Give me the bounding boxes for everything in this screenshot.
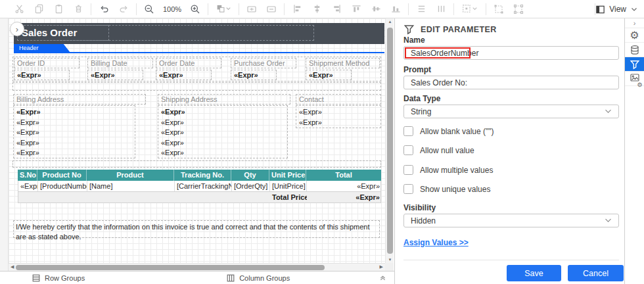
table-cell[interactable]: [UnitPrice]: [270, 181, 307, 191]
parameters-tab-active[interactable]: [625, 57, 644, 72]
prompt-input[interactable]: [403, 76, 619, 89]
zoom-level[interactable]: 100%: [163, 5, 181, 13]
checkbox[interactable]: [403, 184, 413, 194]
vertical-scroll-thumb[interactable]: [387, 28, 393, 254]
checkbox[interactable]: [403, 165, 413, 175]
collapse-groups-icon[interactable]: [379, 274, 386, 281]
horizontal-scrollbar[interactable]: ◀ ▶: [9, 263, 385, 271]
billing-expr[interactable]: «Expr»: [16, 118, 135, 128]
shipping-expr[interactable]: «Expr»: [161, 118, 287, 128]
col-header[interactable]: Product: [87, 170, 174, 181]
view-menu[interactable]: View: [594, 0, 637, 18]
same-height-icon[interactable]: [265, 3, 277, 15]
billing-expr[interactable]: «Expr»: [16, 107, 135, 118]
cancel-button[interactable]: Cancel: [568, 265, 624, 281]
ungroup-icon[interactable]: [513, 3, 524, 15]
field-label-billing-date[interactable]: Billing Date: [87, 58, 153, 68]
table-cell[interactable]: [CarrierTrackingNum: [175, 181, 232, 191]
data-tab[interactable]: [625, 43, 644, 57]
align-bottom-icon[interactable]: [390, 3, 402, 15]
contact-box[interactable]: «Expr» «Expr»: [296, 105, 381, 128]
contact-expr[interactable]: «Expr»: [299, 118, 380, 128]
shipping-expr[interactable]: «Expr»: [161, 128, 287, 138]
shipping-expr[interactable]: «Expr»: [161, 148, 287, 158]
align-center-icon[interactable]: [311, 3, 323, 15]
zoom-out-icon[interactable]: [143, 3, 155, 15]
same-width-icon[interactable]: [246, 3, 258, 15]
col-header[interactable]: Unit Price: [269, 170, 306, 181]
column-groups-pane[interactable]: Column Groups: [226, 273, 290, 283]
billing-expr[interactable]: «Expr»: [16, 128, 135, 138]
table-cell[interactable]: [OrderQty]: [232, 181, 270, 191]
table-cell[interactable]: [ProductNumber]: [38, 181, 87, 191]
col-header[interactable]: Total: [306, 170, 381, 181]
copy-icon[interactable]: [33, 3, 45, 15]
align-top-icon[interactable]: [350, 3, 362, 15]
report-title-band[interactable]: Sales Order: [14, 23, 384, 44]
contact-expr[interactable]: «Expr»: [299, 107, 380, 118]
image-resources-tab[interactable]: ⚙: [625, 72, 644, 86]
contact-label[interactable]: Contact: [296, 94, 381, 105]
vertical-scrollbar[interactable]: ▲ ▼: [385, 18, 394, 263]
table-cell[interactable]: [Name]: [87, 181, 175, 191]
billing-expr[interactable]: «Expr»: [16, 138, 135, 149]
delete-icon[interactable]: [72, 3, 84, 15]
col-header[interactable]: Tracking No.: [174, 170, 231, 181]
allow-multiple-checkbox-row[interactable]: Allow multiple values: [403, 165, 493, 175]
shipping-address-box[interactable]: «Expr» «Expr» «Expr» «Expr» «Expr»: [158, 105, 288, 158]
shipping-address-label[interactable]: Shipping Address: [158, 94, 290, 105]
paste-icon[interactable]: [53, 3, 64, 15]
field-value-billing-date[interactable]: «Expr»: [87, 70, 143, 80]
horizontal-scroll-thumb[interactable]: [16, 265, 325, 270]
billing-expr[interactable]: «Expr»: [16, 148, 135, 158]
shipping-expr[interactable]: «Expr»: [161, 138, 287, 149]
report-title[interactable]: Sales Order: [22, 27, 77, 38]
collapse-panel-button[interactable]: ›: [625, 18, 644, 28]
row-groups-pane[interactable]: Row Groups: [32, 273, 85, 283]
field-label-order-id[interactable]: Order ID: [14, 58, 80, 68]
scroll-down-icon[interactable]: ▼: [386, 258, 394, 262]
expand-panel-button[interactable]: ›: [10, 22, 24, 36]
show-unique-checkbox-row[interactable]: Show unique values: [403, 184, 490, 194]
undo-icon[interactable]: [98, 3, 110, 15]
checkbox[interactable]: [403, 126, 413, 136]
report-design-canvas[interactable]: Sales Order Header Order ID Billing Date…: [9, 18, 385, 263]
shipping-expr[interactable]: «Expr»: [161, 107, 287, 118]
col-header[interactable]: S.No: [18, 170, 37, 181]
field-label-purchase-order[interactable]: Purchase Order: [231, 58, 296, 68]
cut-icon[interactable]: [13, 3, 25, 15]
field-label-shipment-method[interactable]: Shippment Method: [306, 58, 380, 68]
distribute-horizontal-icon[interactable]: [415, 3, 427, 15]
product-table[interactable]: S.No Product No Product Tracking No. Qty…: [18, 170, 381, 203]
save-button[interactable]: Save: [507, 265, 561, 281]
allow-blank-checkbox-row[interactable]: Allow blank value (""): [403, 126, 494, 136]
field-value-order-date[interactable]: «Expr»: [156, 70, 212, 80]
col-header[interactable]: Qty: [231, 170, 269, 181]
table-data-row[interactable]: «Expr« [ProductNumber] [Name] [CarrierTr…: [18, 181, 381, 192]
fill-color-icon[interactable]: [215, 3, 232, 15]
visibility-select[interactable]: Hidden: [403, 214, 619, 227]
checkbox[interactable]: [403, 145, 413, 155]
distribute-vertical-icon[interactable]: [435, 3, 447, 15]
allow-null-checkbox-row[interactable]: Allow null value: [403, 145, 474, 155]
table-cell[interactable]: «Expr«: [18, 181, 38, 191]
table-header-row[interactable]: S.No Product No Product Tracking No. Qty…: [18, 170, 381, 181]
field-value-order-id[interactable]: «Expr»: [14, 70, 70, 80]
name-input[interactable]: [403, 46, 619, 60]
redo-icon[interactable]: [118, 3, 129, 15]
zoom-in-icon[interactable]: [189, 3, 201, 15]
field-label-order-date[interactable]: Order Date: [156, 58, 221, 68]
field-value-shipment-method[interactable]: «Expr»: [306, 70, 352, 80]
scroll-right-icon[interactable]: ▶: [380, 264, 383, 270]
certification-textbox[interactable]: I/We hereby certify that the information…: [13, 220, 380, 238]
field-value-purchase-order[interactable]: «Expr»: [231, 70, 277, 80]
table-cell[interactable]: «Expr»: [307, 181, 382, 191]
scroll-up-icon[interactable]: ▲: [386, 20, 394, 24]
align-left-icon[interactable]: [291, 3, 303, 15]
total-price-value[interactable]: «Expr»: [307, 192, 382, 202]
align-middle-icon[interactable]: [370, 3, 382, 15]
billing-address-box[interactable]: «Expr» «Expr» «Expr» «Expr» «Expr»: [13, 105, 135, 158]
billing-address-label[interactable]: Billing Address: [13, 94, 146, 105]
select-mode-icon[interactable]: [461, 3, 479, 15]
assign-values-link[interactable]: Assign Values >>: [403, 238, 469, 247]
